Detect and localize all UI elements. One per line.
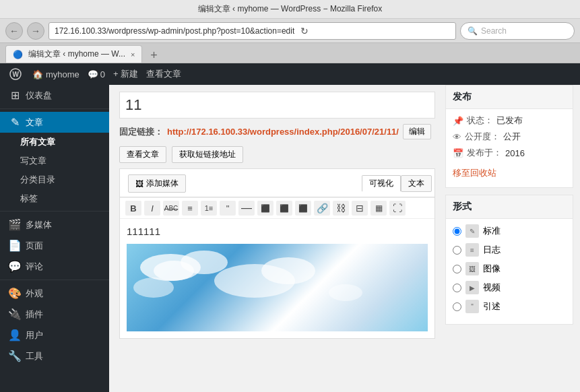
format-standard-radio[interactable]: [453, 227, 461, 236]
sidebar-item-media[interactable]: 🎬 多媒体: [0, 214, 109, 235]
sidebar-plugins-label: 插件: [26, 308, 43, 321]
hr-button[interactable]: —: [238, 201, 255, 216]
post-title-input[interactable]: [119, 92, 435, 119]
home-icon: 🏠: [32, 69, 43, 79]
table-button[interactable]: ▦: [370, 201, 387, 216]
write-post-label: 写文章: [20, 155, 46, 167]
format-standard: ✎ 标准: [453, 224, 566, 238]
tools-icon: 🔧: [8, 350, 22, 362]
published-label: 发布于：: [467, 147, 502, 159]
align-left-button[interactable]: ⬛: [257, 201, 273, 216]
status-label: 状态：: [467, 115, 493, 127]
posts-icon: ✎: [8, 116, 22, 129]
sidebar-item-comments[interactable]: 💬 评论: [0, 256, 109, 277]
sidebar-subitem-write-post[interactable]: 写文章: [0, 152, 109, 170]
editor-tabs: 可视化 文本: [362, 175, 432, 192]
sidebar-subitem-tags[interactable]: 标签: [0, 189, 109, 208]
address-text: 172.16.100.33/wordpress/wp-admin/post.ph…: [55, 26, 294, 36]
editor-area: 🖼 添加媒体 可视化 文本 B I ABC ≡ 1≡ " —: [119, 168, 435, 339]
main-content: 固定链接： http://172.16.100.33/wordpress/ind…: [109, 63, 445, 392]
adminbar-comments[interactable]: 💬 0: [88, 69, 105, 79]
visibility-icon: 👁: [453, 132, 461, 142]
active-tab[interactable]: 🔵 编辑文章 ‹ myhome — W... ×: [5, 45, 142, 63]
link-button[interactable]: 🔗: [314, 201, 330, 216]
format-journal-label: 日志: [483, 244, 501, 256]
sidebar-divider-2: [0, 211, 109, 211]
all-posts-label: 所有文章: [20, 136, 55, 148]
sidebar-item-appearance[interactable]: 🎨 外观: [0, 283, 109, 304]
calendar-icon: 📅: [453, 148, 463, 158]
permalink-base: http://172.16.100.33/wordpress/index.php…: [167, 127, 387, 137]
italic-button[interactable]: I: [144, 201, 160, 216]
format-quote-radio[interactable]: [453, 302, 461, 311]
visibility-value: 公开: [503, 131, 521, 143]
publish-panel-title: 发布: [446, 86, 573, 109]
align-right-button[interactable]: ⬛: [295, 201, 311, 216]
sidebar-item-posts[interactable]: ✎ 文章: [0, 112, 109, 133]
browser-chrome: ← → 172.16.100.33/wordpress/wp-admin/pos…: [0, 19, 580, 43]
editor-content-text: 111111: [127, 226, 428, 237]
unlink-button[interactable]: ⛓: [333, 201, 349, 216]
media-icon: 🎬: [8, 218, 22, 231]
search-bar[interactable]: 🔍 Search: [460, 22, 575, 40]
back-button[interactable]: ←: [5, 22, 23, 40]
dashboard-icon: ⊞: [8, 89, 22, 102]
adminbar-view-label: 查看文章: [146, 68, 181, 80]
adminbar-home[interactable]: 🏠 myhome: [32, 69, 79, 79]
reload-button[interactable]: ↻: [297, 24, 312, 38]
tab-favicon: 🔵: [13, 50, 23, 59]
fullscreen-button[interactable]: ⛶: [389, 201, 406, 216]
add-media-label: 添加媒体: [146, 178, 179, 189]
action-buttons: 查看文章 获取短链接地址: [119, 146, 435, 163]
shortlink-button[interactable]: 获取短链接地址: [172, 146, 243, 163]
pages-icon: 📄: [8, 239, 22, 252]
publish-panel-body: 📌 状态： 已发布 👁 公开度： 公开 📅 发布于： 2016 移至回收站: [446, 109, 573, 187]
forward-button[interactable]: →: [27, 22, 44, 40]
titlebar-text: 编辑文章 ‹ myhome — WordPress − Mozilla Fire…: [198, 3, 383, 15]
visual-tab[interactable]: 可视化: [362, 175, 401, 192]
edit-permalink-button[interactable]: 编辑: [403, 124, 431, 139]
align-center-button[interactable]: ⬛: [276, 201, 292, 216]
format-image: 🖼 图像: [453, 262, 566, 275]
status-icon: 📌: [453, 116, 463, 126]
format-image-icon: 🖼: [465, 262, 479, 275]
blockquote-button[interactable]: ": [220, 201, 236, 216]
format-video-radio[interactable]: [453, 284, 461, 292]
ul-button[interactable]: ≡: [182, 201, 198, 216]
format-image-radio[interactable]: [453, 265, 461, 273]
plugins-icon: 🔌: [8, 308, 22, 321]
adminbar-new[interactable]: + 新建: [113, 68, 138, 80]
titlebar: 编辑文章 ‹ myhome — WordPress − Mozilla Fire…: [0, 0, 580, 19]
publish-status-row: 📌 状态： 已发布: [453, 115, 566, 127]
format-journal-radio[interactable]: [453, 246, 461, 255]
add-media-button[interactable]: 🖼 添加媒体: [128, 174, 186, 193]
tab-bar: 🔵 编辑文章 ‹ myhome — W... × +: [0, 43, 580, 63]
tab-close-button[interactable]: ×: [131, 51, 135, 59]
address-bar[interactable]: 172.16.100.33/wordpress/wp-admin/post.ph…: [49, 22, 456, 40]
new-tab-button[interactable]: +: [145, 48, 162, 63]
sidebar-subitem-categories[interactable]: 分类目录: [0, 170, 109, 189]
editor-toolbar: B I ABC ≡ 1≡ " — ⬛ ⬛ ⬛ 🔗 ⛓ ⊟ ▦ ⛶: [120, 197, 434, 219]
adminbar-view[interactable]: 查看文章: [146, 68, 181, 80]
insert-button[interactable]: ⊟: [352, 201, 368, 216]
format-journal-icon: ≡: [465, 243, 479, 257]
comments-icon: 💬: [8, 260, 22, 273]
sidebar-subitem-all-posts[interactable]: 所有文章: [0, 133, 109, 152]
sidebar-item-dashboard[interactable]: ⊞ 仪表盘: [0, 85, 109, 106]
sidebar-item-pages[interactable]: 📄 页面: [0, 235, 109, 256]
trash-link[interactable]: 移至回收站: [453, 164, 566, 182]
view-post-button[interactable]: 查看文章: [119, 146, 166, 163]
wp-logo-icon[interactable]: W: [7, 65, 24, 83]
tab-label: 编辑文章 ‹ myhome — W...: [28, 48, 125, 60]
sidebar-item-tools[interactable]: 🔧 工具: [0, 346, 109, 366]
editor-body[interactable]: 111111: [120, 219, 434, 338]
adminbar-new-label: + 新建: [113, 68, 138, 80]
sidebar-divider-1: [0, 108, 109, 109]
strikethrough-button[interactable]: ABC: [163, 201, 179, 216]
sidebar-item-plugins[interactable]: 🔌 插件: [0, 304, 109, 325]
media-btn-icon: 🖼: [135, 179, 143, 189]
ol-button[interactable]: 1≡: [201, 201, 217, 216]
text-tab[interactable]: 文本: [401, 175, 432, 192]
bold-button[interactable]: B: [125, 201, 141, 216]
sidebar-item-users[interactable]: 👤 用户: [0, 325, 109, 346]
